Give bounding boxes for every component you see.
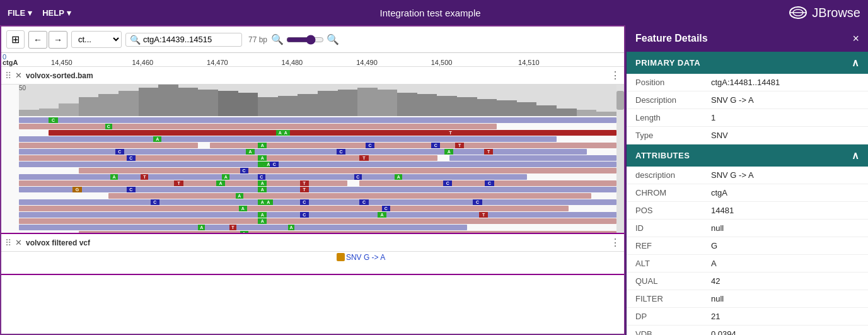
- brand-icon: [789, 4, 807, 21]
- read-row-4: A: [19, 136, 557, 142]
- help-menu-chevron: ▾: [67, 8, 71, 18]
- primary-data-section-header[interactable]: PRIMARY DATA ∧: [627, 52, 868, 74]
- read-row-19: A: [79, 231, 616, 233]
- help-menu[interactable]: HELP ▾: [42, 8, 71, 18]
- read-row-18: A T A: [19, 225, 467, 230]
- vcf-snp-label: SNV G -> A: [346, 253, 385, 262]
- reads-area: C C A A T: [19, 117, 616, 233]
- file-menu-chevron: ▾: [28, 8, 32, 18]
- forward-button[interactable]: →: [49, 31, 67, 49]
- zoom-in-icon[interactable]: 🔍: [327, 33, 339, 45]
- drag-handle-bam[interactable]: ⠿: [5, 71, 11, 81]
- table-row: POS14481: [627, 202, 868, 220]
- app-title: Integration test example: [84, 8, 777, 18]
- brand: JBrowse: [789, 4, 860, 21]
- read-row-5: A C C T: [19, 143, 616, 148]
- bam-track: ⠿ ✕ volvox-sorted.bam ⋮ 50: [1, 67, 624, 234]
- table-row: FILTERnull: [627, 290, 868, 308]
- table-row: DescriptionSNV G -> A: [627, 91, 868, 109]
- read-row-3: A A T: [49, 130, 616, 136]
- close-bam-button[interactable]: ✕: [15, 71, 22, 80]
- search-icon: 🔍: [130, 35, 141, 45]
- browser-toolbar: ⊞ ← → ct... ctgA ctgB 🔍 77 bp 🔍: [1, 26, 624, 53]
- table-row: ALTA: [627, 255, 868, 273]
- read-row-6: C A C A T: [19, 149, 587, 155]
- feature-panel: Feature Details × PRIMARY DATA ∧ Positio…: [625, 25, 868, 335]
- coord-14450: 14,450: [51, 59, 72, 66]
- read-row-13: A: [108, 193, 616, 199]
- bam-canvas: 50: [1, 85, 624, 233]
- read-row-15: A C: [19, 206, 569, 211]
- vcf-track-header: ⠿ ✕ volvox filtered vcf ⋮: [1, 234, 624, 252]
- table-row: VDB0.0394: [627, 326, 868, 336]
- table-row: TypeSNV: [627, 127, 868, 144]
- back-arrow-icon: ←: [33, 35, 42, 45]
- coord-14500: 14,500: [431, 59, 453, 66]
- primary-data-label: PRIMARY DATA: [635, 58, 700, 68]
- table-row: CHROMctgA: [627, 184, 868, 202]
- read-row-9: C: [79, 168, 616, 173]
- table-row: Length1: [627, 109, 868, 127]
- forward-arrow-icon: →: [54, 35, 62, 45]
- vcf-track: ⠿ ✕ volvox filtered vcf ⋮ SNV G -> A: [1, 234, 624, 275]
- coord-14490: 14,490: [356, 59, 378, 66]
- nav-buttons: ← →: [28, 31, 67, 49]
- main-layout: ⊞ ← → ct... ctgA ctgB 🔍 77 bp 🔍: [0, 25, 868, 335]
- coord-14470: 14,470: [207, 59, 228, 66]
- file-menu[interactable]: FILE ▾: [8, 8, 32, 18]
- bp-label: 77 bp: [248, 35, 267, 44]
- bam-track-name: volvox-sorted.bam: [26, 71, 93, 80]
- tracks-icon: ⊞: [11, 33, 20, 45]
- read-row-11: T A A T C C: [19, 180, 616, 186]
- close-vcf-button[interactable]: ✕: [15, 238, 22, 247]
- table-row: IDnull: [627, 220, 868, 237]
- back-button[interactable]: ←: [28, 31, 47, 49]
- search-input[interactable]: [143, 35, 238, 44]
- primary-data-table: PositionctgA:14481..14481DescriptionSNV …: [627, 74, 868, 144]
- primary-data-chevron: ∧: [852, 57, 860, 69]
- feature-panel-title: Feature Details: [635, 33, 708, 44]
- chromosome-select[interactable]: ct... ctgA ctgB: [71, 31, 122, 48]
- read-row-8: A A A C: [19, 162, 616, 167]
- table-row: REFG: [627, 237, 868, 255]
- zoom-controls: 🔍 🔍: [271, 33, 339, 45]
- vcf-snp-marker[interactable]: [337, 253, 345, 261]
- bam-track-menu-icon[interactable]: ⋮: [610, 69, 620, 81]
- coverage-label-top: 50: [19, 85, 26, 91]
- bam-scrollbar[interactable]: [616, 85, 624, 233]
- table-row: DP21: [627, 308, 868, 326]
- tracks-button[interactable]: ⊞: [6, 30, 25, 49]
- zoom-out-icon[interactable]: 🔍: [271, 33, 284, 45]
- attributes-table: descriptionSNV G -> ACHROMctgAPOS14481ID…: [627, 167, 868, 335]
- read-row-2: C: [19, 124, 497, 129]
- coverage-area: 50: [19, 85, 616, 116]
- read-row-7: C A T: [19, 155, 616, 161]
- read-row-12: G C A T: [19, 187, 616, 192]
- attributes-chevron: ∧: [852, 150, 860, 162]
- table-row: descriptionSNV G -> A: [627, 167, 868, 184]
- read-row-1: C: [19, 117, 616, 123]
- browser-panel: ⊞ ← → ct... ctgA ctgB 🔍 77 bp 🔍: [0, 25, 625, 335]
- feature-panel-close-button[interactable]: ×: [852, 32, 859, 45]
- coord-14510: 14,510: [518, 59, 540, 66]
- read-row-10: A T A C C A: [19, 174, 527, 180]
- bam-track-header: ⠿ ✕ volvox-sorted.bam ⋮: [1, 67, 624, 85]
- vcf-track-menu-icon[interactable]: ⋮: [610, 237, 620, 249]
- vcf-track-name: volvox filtered vcf: [26, 238, 90, 247]
- feature-panel-header: Feature Details ×: [627, 25, 868, 52]
- zoom-slider[interactable]: [286, 35, 324, 45]
- coords-bar: ctgA 0 14,450 14,460 14,470 14,480 14,49…: [1, 53, 624, 67]
- search-box[interactable]: 🔍: [125, 33, 242, 47]
- coord-0-label: 0: [3, 53, 6, 61]
- table-row: PositionctgA:14481..14481: [627, 74, 868, 91]
- coord-14480: 14,480: [282, 59, 303, 66]
- topbar-menu: FILE ▾ HELP ▾: [8, 8, 71, 18]
- read-row-16: A C A T: [19, 212, 616, 218]
- bam-scrollbar-thumb[interactable]: [616, 91, 624, 110]
- attributes-label: ATTRIBUTES: [635, 151, 690, 160]
- table-row: QUAL42: [627, 273, 868, 290]
- drag-handle-vcf[interactable]: ⠿: [5, 238, 11, 248]
- attributes-section-header[interactable]: ATTRIBUTES ∧: [627, 144, 868, 167]
- genome-content: ctgA 0 14,450 14,460 14,470 14,480 14,49…: [1, 53, 624, 334]
- read-row-14: C A A C C C: [19, 199, 616, 205]
